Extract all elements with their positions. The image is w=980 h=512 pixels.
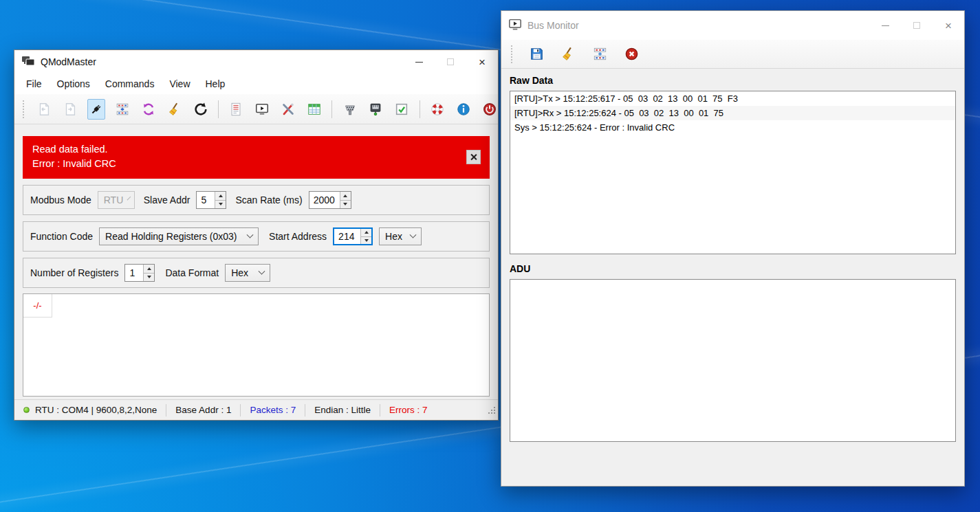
spin-down-icon[interactable] xyxy=(340,200,351,209)
spin-up-icon[interactable] xyxy=(144,265,154,273)
toolbar-drag-handle[interactable] xyxy=(511,45,514,63)
chevron-down-icon xyxy=(247,231,254,238)
menu-commands[interactable]: Commands xyxy=(98,75,162,93)
toolbar-separator xyxy=(331,100,332,118)
status-packets: Packets : 7 xyxy=(240,404,305,416)
bus-monitor-titlebar[interactable]: Bus Monitor × xyxy=(501,11,964,40)
status-errors: Errors : 7 xyxy=(380,404,437,416)
clear-log-icon[interactable] xyxy=(558,44,578,65)
registers-row: Number of Registers 1 Data Format Hex xyxy=(23,258,490,288)
open-log-icon[interactable] xyxy=(228,99,245,120)
slave-addr-value: 5 xyxy=(197,192,215,208)
maximize-icon xyxy=(447,58,454,65)
start-address-label: Start Address xyxy=(269,231,327,242)
maximize-icon xyxy=(913,22,920,29)
registers-data-table[interactable]: -/- xyxy=(23,293,490,397)
num-registers-spinbox[interactable]: 1 xyxy=(124,264,155,282)
scan-rate-spinbox[interactable]: 2000 xyxy=(309,191,351,209)
start-address-spinbox[interactable]: 214 xyxy=(333,227,373,245)
raw-data-list[interactable]: [RTU]>Tx > 15:12:25:617 - 05 03 02 13 00… xyxy=(510,91,956,254)
modbus-scan-rate-icon[interactable] xyxy=(114,99,131,120)
minimize-button[interactable] xyxy=(403,50,435,74)
exit-icon[interactable] xyxy=(481,99,498,120)
chevron-down-icon xyxy=(127,196,131,200)
num-registers-value: 1 xyxy=(125,265,143,281)
address-base-value: Hex xyxy=(385,231,402,242)
main-toolbar xyxy=(14,94,498,124)
connection-led-icon xyxy=(23,407,30,413)
reset-counters-icon[interactable] xyxy=(192,99,209,120)
spin-up-icon[interactable] xyxy=(215,192,226,200)
desktop-wallpaper: QModMaster × File Options Commands View … xyxy=(0,0,980,512)
raw-data-line[interactable]: Sys > 15:12:25:624 - Error : Invalid CRC xyxy=(510,120,955,135)
bus-monitor-window: Bus Monitor × Raw Data [RTU]> xyxy=(501,10,965,487)
bus-monitor-icon[interactable] xyxy=(254,99,271,120)
scan-rate-icon[interactable] xyxy=(589,44,610,65)
menubar: File Options Commands View Help xyxy=(14,74,498,94)
spin-down-icon[interactable] xyxy=(361,236,371,245)
raw-data-line[interactable]: [RTU]>Rx > 15:12:25:624 - 05 03 02 13 00… xyxy=(510,106,955,120)
adu-panel[interactable] xyxy=(510,279,956,442)
scan-loop-icon[interactable] xyxy=(140,99,157,120)
status-connection-text: RTU : COM4 | 9600,8,2,None xyxy=(35,405,157,415)
serial-rtu-settings-icon[interactable] xyxy=(341,99,358,120)
spin-down-icon[interactable] xyxy=(215,200,226,209)
settings-tools-icon[interactable] xyxy=(280,99,297,120)
modbus-mode-value: RTU xyxy=(104,194,124,205)
maximize-button[interactable] xyxy=(435,50,466,74)
status-bar: RTU : COM4 | 9600,8,2,None Base Addr : 1… xyxy=(14,399,498,420)
menu-view[interactable]: View xyxy=(162,75,197,93)
connect-icon[interactable] xyxy=(87,99,105,120)
clear-data-icon[interactable] xyxy=(166,99,183,120)
resize-grip[interactable] xyxy=(488,406,495,414)
close-button[interactable]: × xyxy=(933,11,964,40)
load-session-icon[interactable] xyxy=(36,99,53,120)
spin-buttons xyxy=(215,192,226,208)
modbus-mode-combo[interactable]: RTU xyxy=(98,191,135,209)
close-icon: × xyxy=(945,20,952,32)
error-banner: Read data failed. Error : Invalid CRC xyxy=(23,136,490,179)
toolbar-drag-handle[interactable] xyxy=(23,100,25,118)
maximize-button[interactable] xyxy=(901,11,933,40)
modbus-mode-label: Modbus Mode xyxy=(30,194,91,205)
close-button[interactable]: × xyxy=(466,50,498,74)
menu-file[interactable]: File xyxy=(19,75,50,93)
scan-rate-value: 2000 xyxy=(309,192,340,208)
error-banner-close-button[interactable] xyxy=(466,150,481,164)
function-code-combo[interactable]: Read Holding Registers (0x03) xyxy=(99,227,259,245)
qmodmaster-titlebar[interactable]: QModMaster × xyxy=(14,50,498,74)
tcp-settings-icon[interactable] xyxy=(367,99,384,120)
about-icon[interactable] xyxy=(429,99,446,120)
function-code-value: Read Holding Registers (0x03) xyxy=(105,231,237,242)
function-code-label: Function Code xyxy=(30,231,93,242)
address-base-combo[interactable]: Hex xyxy=(379,227,422,245)
raw-data-line[interactable]: [RTU]>Tx > 15:12:25:617 - 05 03 02 13 00… xyxy=(510,91,955,106)
data-format-combo[interactable]: Hex xyxy=(225,264,270,282)
toolbar-separator xyxy=(218,100,219,118)
register-cell[interactable]: -/- xyxy=(23,294,52,318)
chevron-down-icon xyxy=(259,267,265,274)
save-log-icon[interactable] xyxy=(526,44,547,65)
spin-up-icon[interactable] xyxy=(340,192,351,200)
modbus-mode-row: Modbus Mode RTU Slave Addr 5 Scan Rate (… xyxy=(23,185,490,215)
minimize-icon xyxy=(882,25,889,26)
stop-monitor-icon[interactable] xyxy=(621,44,642,65)
info-icon[interactable] xyxy=(455,99,472,120)
bus-monitor-window-title: Bus Monitor xyxy=(527,20,579,31)
spin-up-icon[interactable] xyxy=(361,229,371,236)
menu-help[interactable]: Help xyxy=(198,75,233,93)
registers-table-icon[interactable] xyxy=(305,99,323,120)
toolbar-separator xyxy=(420,100,420,118)
status-base-addr: Base Addr : 1 xyxy=(166,404,240,416)
status-endian: Endian : Little xyxy=(305,404,380,416)
menu-options[interactable]: Options xyxy=(50,75,98,93)
save-session-icon[interactable] xyxy=(62,99,79,120)
slave-addr-spinbox[interactable]: 5 xyxy=(196,191,226,209)
minimize-button[interactable] xyxy=(869,11,901,40)
spin-buttons xyxy=(340,192,351,208)
spin-down-icon[interactable] xyxy=(144,273,154,282)
adu-label: ADU xyxy=(510,263,964,274)
apply-settings-icon[interactable] xyxy=(393,99,411,120)
error-banner-line2: Error : Invalid CRC xyxy=(32,157,480,171)
bus-monitor-app-icon xyxy=(508,19,522,33)
